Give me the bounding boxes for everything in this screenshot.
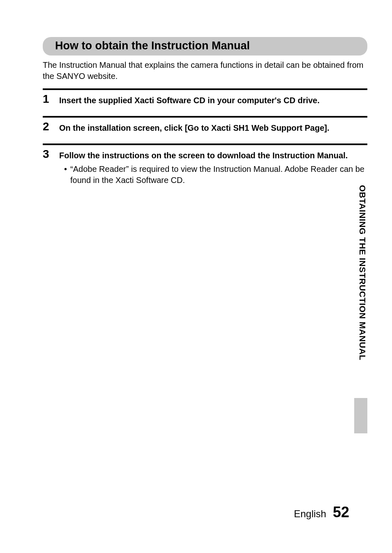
step-number: 1 bbox=[43, 93, 53, 105]
document-page: How to obtain the Instruction Manual The… bbox=[0, 0, 392, 553]
step-1: 1 Insert the supplied Xacti Software CD … bbox=[43, 88, 367, 113]
bullet-mark-icon: • bbox=[64, 164, 67, 175]
step-instruction: Follow the instructions on the screen to… bbox=[59, 150, 367, 161]
step-2: 2 On the installation screen, click [Go … bbox=[43, 116, 367, 141]
step-number: 3 bbox=[43, 148, 53, 160]
step-body: Follow the instructions on the screen to… bbox=[59, 148, 367, 186]
side-tab-block bbox=[354, 398, 367, 433]
footer-page-number: 52 bbox=[333, 504, 349, 521]
side-tab-label: OBTAINING THE INSTRUCTION MANUAL bbox=[357, 185, 367, 360]
bullet-item: • “Adobe Reader” is required to view the… bbox=[59, 164, 367, 186]
intro-paragraph: The Instruction Manual that explains the… bbox=[43, 60, 367, 82]
step-number: 2 bbox=[43, 120, 53, 132]
section-heading-bar: How to obtain the Instruction Manual bbox=[43, 37, 367, 56]
step-3: 3 Follow the instructions on the screen … bbox=[43, 143, 367, 193]
step-instruction: Insert the supplied Xacti Software CD in… bbox=[59, 95, 367, 106]
bullet-text: “Adobe Reader” is required to view the I… bbox=[70, 164, 367, 186]
footer-language: English bbox=[294, 508, 326, 520]
page-footer: English 52 bbox=[294, 504, 349, 521]
step-instruction: On the installation screen, click [Go to… bbox=[59, 123, 367, 134]
section-heading: How to obtain the Instruction Manual bbox=[55, 39, 358, 52]
step-body: On the installation screen, click [Go to… bbox=[59, 120, 367, 134]
step-body: Insert the supplied Xacti Software CD in… bbox=[59, 93, 367, 106]
